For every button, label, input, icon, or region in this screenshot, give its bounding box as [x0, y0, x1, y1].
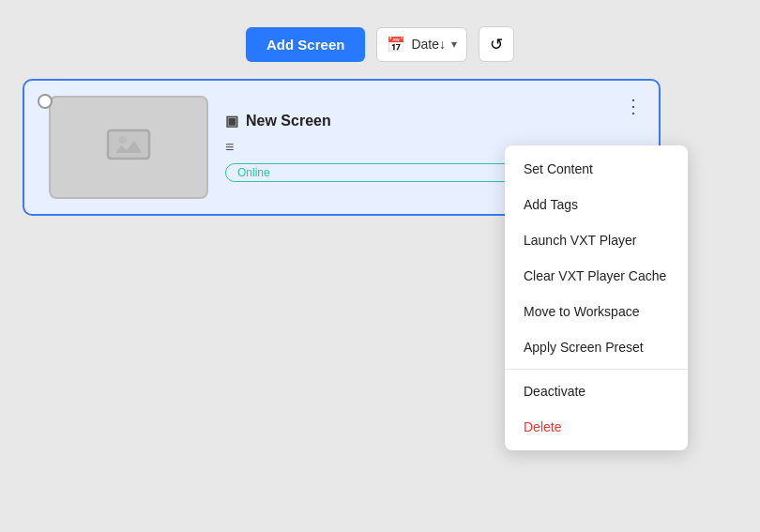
menu-item-apply-preset[interactable]: Apply Screen Preset [505, 329, 688, 365]
screen-name: New Screen [246, 113, 331, 129]
screen-name-row: ▣ New Screen [225, 113, 644, 129]
menu-item-add-tags[interactable]: Add Tags [505, 187, 688, 222]
menu-item-delete[interactable]: Delete [505, 409, 688, 445]
menu-divider [505, 369, 688, 370]
dropdown-menu: Set Content Add Tags Launch VXT Player C… [505, 145, 688, 450]
date-filter-label: Date↓ [411, 37, 446, 52]
chevron-down-icon: ▾ [451, 38, 457, 51]
add-screen-button[interactable]: Add Screen [246, 27, 365, 62]
menu-item-move-workspace[interactable]: Move to Workspace [505, 294, 688, 329]
menu-item-clear-vxt[interactable]: Clear VXT Player Cache [505, 258, 688, 294]
calendar-icon: 📅 [387, 36, 405, 53]
menu-item-set-content[interactable]: Set Content [505, 151, 688, 187]
card-radio[interactable] [38, 94, 53, 109]
menu-item-deactivate[interactable]: Deactivate [505, 373, 688, 409]
refresh-icon: ↺ [490, 35, 503, 54]
monitor-icon: ▣ [225, 113, 238, 129]
toolbar: Add Screen 📅 Date↓ ▾ ↺ [0, 0, 760, 79]
svg-rect-0 [108, 130, 149, 159]
screen-thumbnail [49, 96, 208, 199]
refresh-button[interactable]: ↺ [479, 26, 514, 62]
card-menu-button[interactable]: ⋮ [619, 92, 647, 120]
svg-point-1 [119, 136, 127, 144]
menu-item-launch-vxt[interactable]: Launch VXT Player [505, 222, 688, 258]
date-filter[interactable]: 📅 Date↓ ▾ [376, 27, 467, 62]
